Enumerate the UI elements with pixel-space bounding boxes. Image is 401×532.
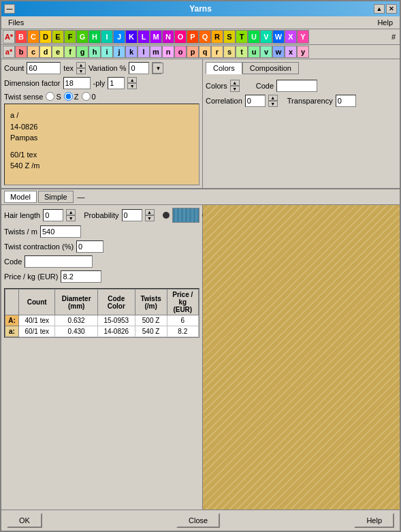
hair-up[interactable]: ▲	[66, 209, 76, 215]
hair-down[interactable]: ▼	[66, 215, 76, 221]
lower-tab-b[interactable]: b	[15, 46, 27, 58]
upper-tab-B[interactable]: B	[15, 30, 27, 44]
variation-input[interactable]	[129, 62, 149, 74]
upper-tab-A*[interactable]: A*	[3, 30, 15, 44]
colors-spinner[interactable]: ▲ ▼	[230, 80, 240, 92]
ply-spinner[interactable]: ▲ ▼	[127, 77, 137, 89]
variation-scrollbar[interactable]: ▼	[152, 62, 161, 74]
model-code-input[interactable]	[25, 255, 93, 268]
correlation-input[interactable]	[245, 95, 266, 107]
upper-tab-V[interactable]: V	[260, 30, 272, 44]
hair-length-input[interactable]	[43, 209, 63, 221]
upper-tab-U[interactable]: U	[248, 30, 260, 44]
model-tab-btn[interactable]: Model	[4, 191, 37, 203]
upper-tab-E[interactable]: E	[52, 30, 64, 44]
upper-tab-X[interactable]: X	[285, 30, 297, 44]
upper-tab-D[interactable]: D	[39, 30, 52, 44]
lower-tab-w[interactable]: w	[272, 46, 285, 58]
twist-z-radio[interactable]	[64, 92, 73, 101]
upper-tab-N[interactable]: N	[162, 30, 174, 44]
count-up-arrow[interactable]: ▲	[76, 62, 86, 68]
lower-tab-r[interactable]: r	[211, 46, 223, 58]
ok-button[interactable]: OK	[7, 513, 42, 528]
upper-tab-W[interactable]: W	[272, 30, 285, 44]
prob-spinner[interactable]: ▲ ▼	[145, 209, 155, 221]
help-button[interactable]: Help	[354, 513, 394, 528]
correlation-spinner[interactable]: ▲ ▼	[268, 95, 278, 107]
upper-tab-F[interactable]: F	[64, 30, 76, 44]
lower-tab-n[interactable]: n	[162, 46, 174, 58]
lower-tab-t[interactable]: t	[236, 46, 248, 58]
lower-tab-x[interactable]: x	[285, 46, 297, 58]
dimension-input[interactable]	[63, 77, 91, 89]
upper-tab-L[interactable]: L	[138, 30, 150, 44]
code-input[interactable]	[276, 80, 317, 92]
lower-tab-o[interactable]: o	[174, 46, 187, 58]
lower-tab-m[interactable]: m	[150, 46, 162, 58]
upper-tab-J[interactable]: J	[113, 30, 125, 44]
prob-down[interactable]: ▼	[145, 215, 155, 221]
lower-tab-y[interactable]: y	[297, 46, 309, 58]
lower-tab-k[interactable]: k	[125, 46, 138, 58]
composition-tab-btn[interactable]: Composition	[242, 62, 299, 74]
upper-tab-H[interactable]: H	[89, 30, 101, 44]
count-input[interactable]	[27, 62, 61, 74]
lower-tab-l[interactable]: l	[138, 46, 150, 58]
ply-input[interactable]	[108, 77, 125, 89]
upper-tab-O[interactable]: O	[174, 30, 187, 44]
lower-tab-a*[interactable]: a*	[3, 46, 15, 58]
price-input[interactable]	[61, 270, 101, 283]
menu-help[interactable]: Help	[373, 18, 397, 27]
corr-down[interactable]: ▼	[268, 101, 278, 107]
twists-input[interactable]	[40, 225, 81, 238]
corr-up[interactable]: ▲	[268, 95, 278, 101]
lower-tab-f[interactable]: f	[64, 46, 76, 58]
upper-tab-C[interactable]: C	[27, 30, 39, 44]
lower-tab-g[interactable]: g	[76, 46, 89, 58]
twist-0-label[interactable]: 0	[82, 92, 96, 101]
upper-tab-I[interactable]: I	[101, 30, 113, 44]
transparency-input[interactable]	[336, 95, 356, 107]
restore-button[interactable]: ▲	[374, 4, 385, 14]
twist-contraction-input[interactable]	[76, 240, 103, 253]
menu-files[interactable]: Files	[4, 18, 28, 27]
upper-tab-K[interactable]: K	[125, 30, 138, 44]
lower-tab-p[interactable]: p	[187, 46, 199, 58]
minimize-button[interactable]: —	[4, 4, 15, 14]
lower-tab-u[interactable]: u	[248, 46, 260, 58]
close-button-main[interactable]: Close	[176, 513, 220, 528]
variation-scroll[interactable]: ▼	[153, 63, 163, 74]
upper-tab-Q[interactable]: Q	[199, 30, 211, 44]
lower-tab-i[interactable]: i	[101, 46, 113, 58]
hair-spinner[interactable]: ▲ ▼	[66, 209, 76, 221]
upper-tab-S[interactable]: S	[223, 30, 236, 44]
lower-tab-s[interactable]: s	[223, 46, 236, 58]
lower-tab-q[interactable]: q	[199, 46, 211, 58]
upper-tab-G[interactable]: G	[76, 30, 89, 44]
upper-tab-P[interactable]: P	[187, 30, 199, 44]
lower-tab-c[interactable]: c	[27, 46, 39, 58]
close-button[interactable]: ✕	[386, 4, 397, 14]
colors-up[interactable]: ▲	[230, 80, 240, 86]
twist-z-label[interactable]: Z	[64, 92, 79, 101]
probability-input[interactable]	[122, 209, 142, 221]
prob-up[interactable]: ▲	[145, 209, 155, 215]
twist-s-radio[interactable]	[46, 92, 54, 101]
upper-tab-T[interactable]: T	[236, 30, 248, 44]
twist-s-label[interactable]: S	[46, 92, 61, 101]
lower-tab-j[interactable]: j	[113, 46, 125, 58]
lower-tab-d[interactable]: d	[39, 46, 52, 58]
simple-tab-btn[interactable]: Simple	[38, 191, 74, 203]
ply-down[interactable]: ▼	[127, 83, 137, 89]
count-down-arrow[interactable]: ▼	[76, 68, 86, 74]
lower-tab-e[interactable]: e	[52, 46, 64, 58]
count-spinner[interactable]: ▲ ▼	[76, 62, 86, 74]
twist-0-radio[interactable]	[82, 92, 91, 101]
ply-up[interactable]: ▲	[127, 77, 137, 83]
lower-tab-v[interactable]: v	[260, 46, 272, 58]
colors-down[interactable]: ▼	[230, 86, 240, 92]
upper-tab-Y[interactable]: Y	[297, 30, 309, 44]
lower-tab-h[interactable]: h	[89, 46, 101, 58]
upper-tab-M[interactable]: M	[150, 30, 162, 44]
colors-tab-btn[interactable]: Colors	[206, 62, 242, 74]
